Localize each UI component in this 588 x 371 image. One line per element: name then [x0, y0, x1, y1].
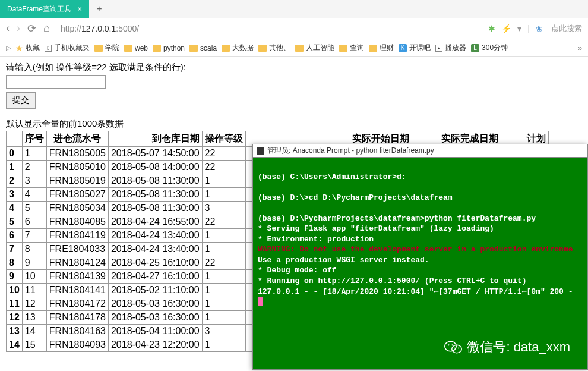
url-host: 127.0.0.1: [81, 24, 116, 33]
row-index: 2: [7, 174, 23, 188]
home-button[interactable]: ⌂: [43, 22, 50, 34]
cell-level: 1: [202, 243, 245, 256]
forward-button[interactable]: ›: [17, 22, 20, 34]
divider: |: [527, 24, 530, 33]
column-header: [7, 131, 23, 147]
row-index: 13: [7, 325, 23, 338]
cell-no: FRN1804139: [46, 270, 108, 284]
bookmark-mobile[interactable]: ▯手机收藏夹: [45, 43, 90, 53]
row-index: 9: [7, 270, 23, 284]
bookmark-label: scala: [200, 44, 217, 52]
bookmark-folder[interactable]: python: [153, 43, 185, 53]
query-input[interactable]: [6, 75, 106, 89]
cell-date: 2018-05-08 11:30:00: [108, 202, 202, 215]
bookmark-folder[interactable]: web: [124, 43, 148, 53]
cell-no: FRN1804163: [46, 325, 108, 338]
search-hint[interactable]: 点此搜索: [551, 23, 582, 34]
flash-icon[interactable]: ⚡: [501, 24, 511, 33]
cell-level: 1: [202, 311, 245, 325]
bookmark-label: 大数据: [232, 43, 254, 53]
cell-no: FRN1805010: [46, 161, 108, 174]
terminal-line: [258, 203, 583, 213]
svg-point-5: [458, 348, 459, 349]
bookmark-overflow-icon[interactable]: »: [578, 44, 582, 52]
close-icon[interactable]: ×: [77, 4, 82, 14]
bookmark-label: python: [163, 44, 185, 52]
terminal-titlebar[interactable]: 管理员: Anaconda Prompt - python fiterDataf…: [253, 144, 587, 158]
mobile-icon: ▯: [45, 45, 52, 52]
wechat-icon: [444, 340, 462, 354]
cell-no: FRN1804178: [46, 311, 108, 325]
column-header: 序号: [22, 131, 46, 147]
cell-date: 2018-05-08 11:30:00: [108, 188, 202, 202]
url-bar[interactable]: http://127.0.0.1:5000/: [61, 24, 139, 33]
bookmark-menu-icon[interactable]: ▷: [6, 44, 11, 52]
data-count-label: 默认显示全量的前1000条数据: [6, 118, 582, 130]
cell-no: FRN1805034: [46, 202, 108, 215]
cell-date: 2018-05-08 11:30:00: [108, 174, 202, 188]
submit-button[interactable]: 提交: [6, 92, 36, 109]
new-tab-button[interactable]: +: [96, 4, 102, 14]
folder-icon: [339, 45, 347, 52]
player-icon: ▸: [435, 45, 442, 52]
cell-seq: 1: [22, 147, 46, 161]
bookmark-folder[interactable]: 学院: [94, 43, 119, 53]
column-header: 操作等级: [202, 131, 245, 147]
bookmark-folder[interactable]: 大数据: [222, 43, 254, 53]
row-index: 8: [7, 256, 23, 270]
bookmark-fav[interactable]: ★收藏: [15, 43, 40, 53]
back-button[interactable]: ‹: [6, 22, 10, 34]
row-index: 6: [7, 229, 23, 243]
cell-level: 1: [202, 297, 245, 311]
terminal-line: (base) D:\>cd D:\PycharmProjects\datafre…: [258, 193, 583, 203]
dropdown-icon[interactable]: ▾: [517, 24, 521, 33]
cell-seq: 7: [22, 229, 46, 243]
terminal-line: 127.0.0.1 - - [18/Apr/2020 10:21:04] "←[…: [258, 287, 583, 297]
tab-bar: DataFrame查询工具 × +: [0, 0, 588, 18]
terminal-body[interactable]: (base) C:\Users\Administrator>d: (base) …: [253, 158, 587, 311]
bookmark-label: 开课吧: [409, 43, 431, 53]
browser-tab[interactable]: DataFrame查询工具 ×: [0, 0, 89, 18]
reload-button[interactable]: ⟳: [27, 22, 36, 35]
cell-seq: 13: [22, 311, 46, 325]
cell-no: FRN1804093: [46, 338, 108, 352]
cell-level: 22: [202, 147, 245, 161]
bookmark-kaikeba[interactable]: K开课吧: [399, 43, 431, 53]
nav-bar: ‹ › ⟳ ⌂ http://127.0.0.1:5000/ ✱ ⚡ ▾ | ❀…: [0, 18, 588, 39]
watermark-text: 微信号: data_xxm: [467, 338, 570, 356]
url-port: :5000/: [116, 24, 139, 33]
paw-icon[interactable]: ❀: [536, 24, 543, 33]
cell-date: 2018-05-03 16:30:00: [108, 311, 202, 325]
cell-date: 2018-04-25 16:10:00: [108, 256, 202, 270]
cell-seq: 14: [22, 325, 46, 338]
terminal-icon: [257, 147, 264, 155]
aperture-icon[interactable]: ✱: [488, 24, 495, 33]
cell-level: 22: [202, 161, 245, 174]
bookmark-player[interactable]: ▸播放器: [435, 43, 466, 53]
url-prefix: http://: [61, 24, 81, 33]
bookmark-folder[interactable]: scala: [189, 43, 217, 53]
terminal-window[interactable]: 管理员: Anaconda Prompt - python fiterDataf…: [252, 144, 588, 370]
bookmark-label: 人工智能: [306, 43, 334, 53]
bookmark-folder[interactable]: 其他、: [258, 43, 290, 53]
cell-no: FRN1805027: [46, 188, 108, 202]
cell-no: FRE1804033: [46, 243, 108, 256]
bookmark-folder[interactable]: 人工智能: [295, 43, 334, 53]
l-icon: L: [471, 44, 479, 52]
bookmark-300min[interactable]: L300分钟: [471, 43, 508, 53]
row-index: 7: [7, 243, 23, 256]
watermark: 微信号: data_xxm: [444, 338, 570, 356]
folder-icon: [258, 45, 267, 52]
bookmark-folder[interactable]: 查询: [339, 43, 364, 53]
cell-seq: 11: [22, 284, 46, 297]
bookmark-label: 手机收藏夹: [54, 43, 90, 53]
terminal-line: [258, 182, 583, 193]
folder-icon: [153, 45, 161, 52]
cell-level: 1: [202, 174, 245, 188]
folder-icon: [124, 45, 132, 52]
cell-date: 2018-05-03 16:30:00: [108, 297, 202, 311]
bookmark-folder[interactable]: 理财: [369, 43, 394, 53]
terminal-title: 管理员: Anaconda Prompt - python fiterDataf…: [267, 146, 434, 156]
cell-date: 2018-04-27 16:10:00: [108, 270, 202, 284]
cell-no: FRN1804141: [46, 284, 108, 297]
